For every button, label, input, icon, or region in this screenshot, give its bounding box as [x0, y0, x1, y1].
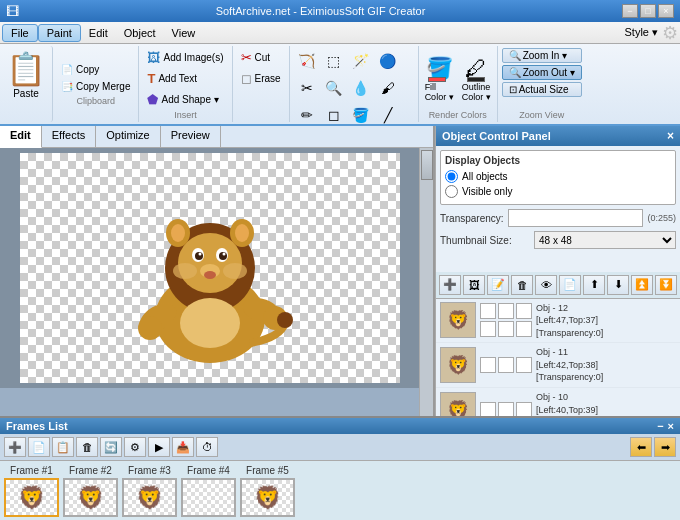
- tab-edit[interactable]: Edit: [0, 126, 42, 148]
- panel-add-button[interactable]: ➕: [439, 275, 461, 295]
- add-images-button[interactable]: 🖼 Add Image(s): [143, 48, 227, 67]
- frame-item-5[interactable]: Frame #5 🦁: [240, 465, 295, 517]
- frames-close-button[interactable]: ×: [668, 420, 674, 432]
- menu-view[interactable]: View: [164, 25, 204, 41]
- panel-copy-button[interactable]: 📄: [559, 275, 581, 295]
- paste-button[interactable]: 📋 Paste: [0, 46, 53, 122]
- eyedrop-tool[interactable]: 💧: [348, 75, 374, 101]
- frame-settings-button[interactable]: ⚙: [124, 437, 146, 457]
- zoom-out-button[interactable]: 🔍 Zoom Out ▾: [502, 65, 582, 80]
- object-item-11[interactable]: 🦁 Obj - 11 [Left:42,Top:38] [Transparenc…: [436, 343, 680, 388]
- obj-10-thumb: 🦁: [440, 392, 476, 416]
- menu-file[interactable]: File: [2, 24, 38, 42]
- obj-11-cb2[interactable]: [498, 357, 514, 373]
- frames-scroll[interactable]: Frame #1 🦁 Frame #2 🦁 Frame #3 🦁 Frame #…: [0, 461, 680, 520]
- fill-color-button[interactable]: 🪣 Fill Color ▾: [423, 54, 456, 104]
- frame-item-3[interactable]: Frame #3 🦁: [122, 465, 177, 517]
- lasso-tool[interactable]: 🔵: [375, 48, 401, 74]
- add-shape-button[interactable]: ⬟ Add Shape ▾: [143, 90, 227, 109]
- svg-point-21: [277, 312, 293, 328]
- panel-text-button[interactable]: 📝: [487, 275, 509, 295]
- panel-eye-button[interactable]: 👁: [535, 275, 557, 295]
- main-area: Edit Effects Optimize Preview: [0, 126, 680, 416]
- copy-merge-button[interactable]: 📑 Copy Merge: [57, 79, 134, 94]
- erase-button[interactable]: ◻ Erase: [237, 69, 285, 88]
- zoom-tool[interactable]: 🔍: [321, 75, 347, 101]
- frame-paste-button[interactable]: 📋: [52, 437, 74, 457]
- zoom-in-button[interactable]: 🔍 Zoom In ▾: [502, 48, 582, 63]
- minimize-button[interactable]: −: [622, 4, 638, 18]
- frame-prev-button[interactable]: ⬅: [630, 437, 652, 457]
- frame-delete-button[interactable]: 🗑: [76, 437, 98, 457]
- panel-delete-button[interactable]: 🗑: [511, 275, 533, 295]
- frame-add-button[interactable]: ➕: [4, 437, 26, 457]
- obj-12-cb4[interactable]: [480, 321, 496, 337]
- outline-color-button[interactable]: 🖊 Outline Color ▾: [460, 54, 493, 104]
- obj-10-cb3[interactable]: [516, 402, 532, 416]
- tab-preview[interactable]: Preview: [161, 126, 221, 147]
- add-text-button[interactable]: T Add Text: [143, 69, 227, 88]
- all-objects-radio[interactable]: [445, 170, 458, 183]
- tab-optimize[interactable]: Optimize: [96, 126, 160, 147]
- obj-10-cb1[interactable]: [480, 402, 496, 416]
- panel-top-button[interactable]: ⏫: [631, 275, 653, 295]
- pencil-tool[interactable]: ✏: [294, 102, 320, 128]
- panel-image-button[interactable]: 🖼: [463, 275, 485, 295]
- svg-point-13: [171, 224, 185, 242]
- obj-12-cb3[interactable]: [516, 303, 532, 319]
- menu-object[interactable]: Object: [116, 25, 164, 41]
- frames-minus-button[interactable]: −: [657, 420, 663, 432]
- menu-paint[interactable]: Paint: [38, 24, 81, 42]
- close-button[interactable]: ×: [658, 4, 674, 18]
- eraser-tool[interactable]: ◻: [321, 102, 347, 128]
- panel-move-up-button[interactable]: ⬆: [583, 275, 605, 295]
- wand-tool[interactable]: 🪄: [348, 48, 374, 74]
- fill-tool[interactable]: 🪣: [348, 102, 374, 128]
- zoom-btns: 🔍 Zoom In ▾ 🔍 Zoom Out ▾ ⊡ Actual Size: [502, 48, 582, 110]
- obj-10-cb2[interactable]: [498, 402, 514, 416]
- frame-reverse-button[interactable]: 🔄: [100, 437, 122, 457]
- crop-tool[interactable]: ✂: [294, 75, 320, 101]
- select-tool[interactable]: ⬚: [321, 48, 347, 74]
- ribbon: 📋 Paste 📄 Copy 📑 Copy Merge Clipboard 🖼 …: [0, 44, 680, 126]
- app-icon: 🎞: [6, 4, 19, 19]
- menu-edit[interactable]: Edit: [81, 25, 116, 41]
- obj-12-cb1[interactable]: [480, 303, 496, 319]
- erase-icon: ◻: [241, 71, 252, 86]
- frame-timer-button[interactable]: ⏱: [196, 437, 218, 457]
- frame-next-button[interactable]: ➡: [654, 437, 676, 457]
- thumbnail-size-label: Thumbnail Size:: [440, 235, 530, 246]
- canvas-scroll[interactable]: [0, 148, 419, 416]
- copy-button[interactable]: 📄 Copy: [57, 62, 134, 77]
- frame-2-thumb: 🦁: [63, 478, 118, 517]
- actual-size-button[interactable]: ⊡ Actual Size: [502, 82, 582, 97]
- menu-style[interactable]: Style ▾ ⚙: [624, 22, 678, 44]
- object-item-10[interactable]: 🦁 Obj - 10 [Left:40,Top:39] [Transparenc…: [436, 388, 680, 416]
- frame-import-button[interactable]: 📥: [172, 437, 194, 457]
- arrow-tool[interactable]: 🏹: [294, 48, 320, 74]
- copy-merge-label: Copy Merge: [76, 81, 130, 92]
- obj-12-cb6[interactable]: [516, 321, 532, 337]
- frame-item-2[interactable]: Frame #2 🦁: [63, 465, 118, 517]
- thumbnail-size-select[interactable]: 48 x 48 32 x 32 64 x 64: [534, 231, 676, 249]
- frame-copy-button[interactable]: 📄: [28, 437, 50, 457]
- cut-button[interactable]: ✂ Cut: [237, 48, 285, 67]
- panel-move-down-button[interactable]: ⬇: [607, 275, 629, 295]
- visible-only-radio[interactable]: [445, 185, 458, 198]
- obj-11-cb3[interactable]: [516, 357, 532, 373]
- vertical-scrollbar[interactable]: [419, 148, 433, 416]
- obj-12-cb2[interactable]: [498, 303, 514, 319]
- tab-effects[interactable]: Effects: [42, 126, 96, 147]
- obj-11-cb1[interactable]: [480, 357, 496, 373]
- object-item-12[interactable]: 🦁 Obj - 12 [Left:47,Top:37]: [436, 299, 680, 344]
- panel-close-button[interactable]: ×: [667, 129, 674, 143]
- paint-tool[interactable]: 🖌: [375, 75, 401, 101]
- frame-animation-button[interactable]: ▶: [148, 437, 170, 457]
- frame-item-1[interactable]: Frame #1 🦁: [4, 465, 59, 517]
- maximize-button[interactable]: □: [640, 4, 656, 18]
- obj-12-cb5[interactable]: [498, 321, 514, 337]
- transparency-input[interactable]: [508, 209, 643, 227]
- line-tool[interactable]: ╱: [375, 102, 401, 128]
- panel-bottom-button[interactable]: ⏬: [655, 275, 677, 295]
- frame-item-4[interactable]: Frame #4: [181, 465, 236, 517]
